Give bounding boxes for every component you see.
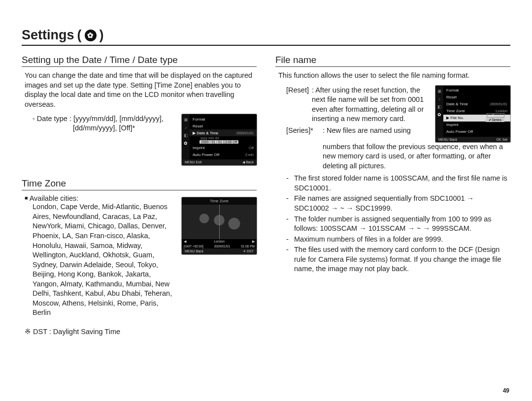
def-series-text-b: numbers that follow the previous sequenc… [323, 142, 510, 171]
lcd-preview-filename: ▣ ♪ ◧ ✿ Format Reset Date & Time:2009/01… [435, 86, 510, 142]
filename-bullets: -The first stored folder name is 100SSCA… [286, 174, 510, 274]
available-cities-list: London, Cape Verde, Mid-Atlantic, Buenos… [33, 202, 175, 318]
def-reset-text: : After using the reset function, the ne… [312, 86, 429, 124]
lcd-preview-datetime: ▣ ♪ ◧ ✿ Format Reset ▶ Date & Time:2009/… [182, 114, 257, 165]
datetype-line-1: - Date type : [yyyy/mm/dd], [mm/dd/yyyy]… [33, 114, 175, 124]
section-heading-datetime: Setting up the Date / Time / Date type [22, 55, 257, 67]
datetype-line-2: [dd/mm/yyyy], [Off]* [73, 124, 175, 132]
dst-note: ※ DST : Daylight Saving Time [25, 328, 257, 336]
title-close-paren: ) [100, 28, 104, 43]
def-series-text-a: : New files are named using [323, 126, 411, 136]
filename-intro: This function allows the user to select … [278, 71, 507, 81]
def-reset-label: [Reset] [286, 86, 309, 124]
available-cities-label: Available cities: [25, 194, 175, 202]
title-text: Settings [22, 28, 74, 43]
def-series-label: [Series]* [286, 126, 320, 136]
page-title: Settings ( ✿ ) [22, 28, 510, 46]
tab-icon-active: ✿ [184, 141, 188, 146]
tab-icon: ▣ [184, 117, 188, 122]
tab-icon: ▣ [437, 89, 442, 93]
section-heading-timezone: Time Zone [22, 178, 257, 190]
title-open-paren: ( [77, 28, 82, 43]
lcd-preview-timezone: Time Zone ◀ London ▶ [GMT +00:00] 2009/0… [182, 197, 257, 254]
world-map-icon [182, 205, 257, 239]
tab-icon: ♪ [185, 125, 187, 130]
gear-icon: ✿ [85, 30, 97, 41]
manual-page: Settings ( ✿ ) Setting up the Date / Tim… [0, 0, 532, 401]
tab-icon: ♪ [438, 96, 441, 101]
left-column: Setting up the Date / Time / Date type Y… [22, 52, 257, 336]
right-column: File name This function allows the user … [275, 52, 510, 336]
page-number: 49 [503, 387, 509, 394]
datetime-intro: You can change the date and time that wi… [25, 71, 254, 109]
tab-icon: ◧ [184, 133, 188, 138]
tab-icon: ◧ [437, 104, 442, 109]
section-heading-filename: File name [275, 55, 510, 67]
tab-icon-active: ✿ [437, 112, 441, 117]
